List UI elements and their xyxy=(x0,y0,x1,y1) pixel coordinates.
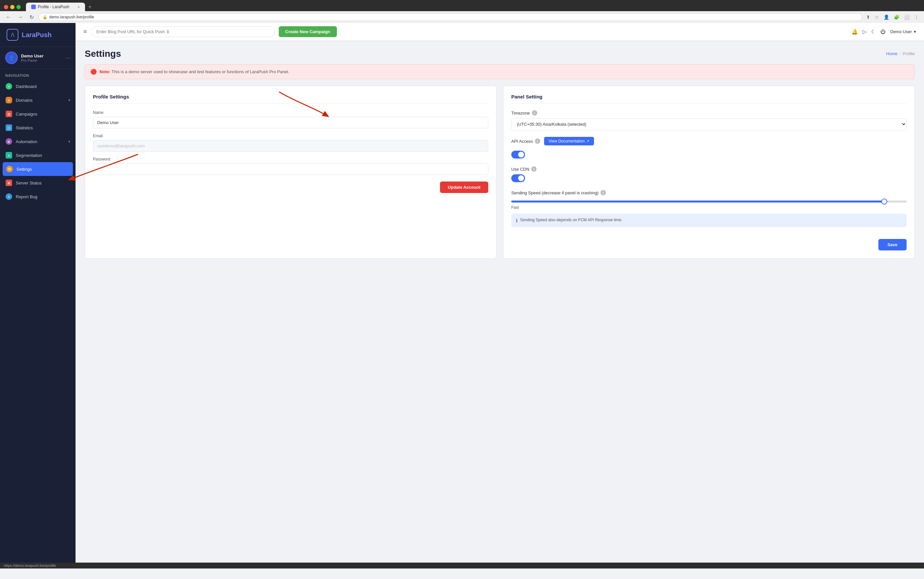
sidebar-item-domains[interactable]: ◈ Domains ▾ xyxy=(0,93,75,107)
breadcrumb-home[interactable]: Home xyxy=(886,51,898,56)
logo-text: LaraPush xyxy=(22,31,52,39)
sidebar-label-automation: Automation xyxy=(16,139,38,144)
sidebar-item-dashboard[interactable]: ● Dashboard xyxy=(0,79,75,93)
speed-info-icon[interactable]: ℹ xyxy=(601,190,606,195)
sidebar-item-report-bug[interactable]: ● Report Bug xyxy=(0,190,75,203)
info-box-icon: ℹ xyxy=(516,218,518,223)
sidebar-item-settings[interactable]: ⚙ Settings xyxy=(3,162,73,176)
sidebar-item-campaigns[interactable]: ▦ Campaigns xyxy=(0,107,75,121)
minimize-window-button[interactable] xyxy=(10,5,15,9)
chevron-down-icon-automation: ▾ xyxy=(68,139,70,144)
use-cdn-toggle[interactable] xyxy=(511,174,525,182)
user-info: Demo User Pro Panel xyxy=(21,54,62,62)
top-bar-actions: 🔔 ▷ ☾ ⏻ Demo User ▾ xyxy=(852,29,916,35)
save-button[interactable]: Save xyxy=(878,239,907,250)
settings-icon: ⚙ xyxy=(6,165,13,173)
sidebar-label-dashboard: Dashboard xyxy=(16,84,37,89)
refresh-button[interactable]: ↻ xyxy=(28,13,36,21)
sidebar-nav: ● Dashboard ◈ Domains ▾ ▦ Campaigns ▤ xyxy=(0,79,75,203)
bug-icon: ● xyxy=(5,193,13,200)
user-dropdown-label: Demo User xyxy=(890,29,912,34)
sidebar-label-domains: Domains xyxy=(16,98,33,103)
settings-grid: Profile Settings Name Email Password xyxy=(85,86,915,258)
browser-nav-bar: ← → ↻ 🔒 demo.larapush.live/profile ⬆ ☆ 👤… xyxy=(0,11,924,23)
traffic-lights xyxy=(4,5,21,9)
page-header: Settings Home / Profile xyxy=(85,49,915,59)
profile-card-title: Profile Settings xyxy=(93,94,488,104)
campaigns-icon: ▦ xyxy=(5,110,13,118)
address-bar[interactable]: 🔒 demo.larapush.live/profile xyxy=(38,13,862,21)
user-name: Demo User xyxy=(21,54,62,59)
browser-actions: ⬆ ☆ 👤 🧩 ⬜ ⋮ xyxy=(865,14,920,20)
speed-slider[interactable] xyxy=(511,201,907,203)
external-link-icon: ↗ xyxy=(586,139,590,144)
sidebar-item-automation[interactable]: ◉ Automation ▾ xyxy=(0,134,75,148)
chevron-down-icon: ▾ xyxy=(68,98,70,102)
menu-icon[interactable]: ⋮ xyxy=(913,14,920,20)
notifications-bell-icon[interactable]: 🔔 xyxy=(852,29,858,35)
active-tab[interactable]: Profile - LaraPush × xyxy=(26,3,85,11)
update-account-button[interactable]: Update Account xyxy=(440,182,488,193)
hamburger-button[interactable]: ≡ xyxy=(84,28,87,35)
logo-icon: Ʌ xyxy=(7,29,18,41)
sidebar-label-statistics: Statistics xyxy=(16,125,33,130)
speed-slider-container xyxy=(511,198,907,204)
sidebar-label-segmentation: Segmentation xyxy=(16,153,42,158)
profile-icon[interactable]: 👤 xyxy=(882,14,891,20)
api-access-toggle[interactable] xyxy=(511,150,525,159)
maximize-window-button[interactable] xyxy=(16,5,21,9)
password-input[interactable] xyxy=(93,164,488,175)
forward-button[interactable]: → xyxy=(16,13,25,21)
email-input[interactable] xyxy=(93,140,488,152)
server-status-icon: ▣ xyxy=(5,179,13,186)
bookmark-icon[interactable]: ☆ xyxy=(873,14,880,20)
help-circle-icon[interactable]: ▷ xyxy=(863,29,867,35)
domains-icon: ◈ xyxy=(5,96,13,104)
back-button[interactable]: ← xyxy=(4,13,13,21)
share-icon[interactable]: ⬆ xyxy=(865,14,872,20)
nav-section-label: Navigation xyxy=(0,69,75,79)
sidebar-item-statistics[interactable]: ▤ Statistics xyxy=(0,121,75,134)
dark-mode-icon[interactable]: ☾ xyxy=(871,29,876,35)
power-icon[interactable]: ⏻ xyxy=(880,29,886,35)
chevron-down-icon-user: ▾ xyxy=(914,29,916,34)
tab-title: Profile - LaraPush xyxy=(38,5,69,9)
user-dropdown[interactable]: Demo User ▾ xyxy=(890,29,916,34)
statistics-icon: ▤ xyxy=(5,124,13,131)
password-form-group: Password xyxy=(93,157,488,175)
sidebar-item-server-status[interactable]: ▣ Server Status xyxy=(0,176,75,190)
status-url: https://demo.larapush.live/profile xyxy=(4,564,56,568)
sending-speed-label: Sending Speed (decrease if panel is cras… xyxy=(511,190,907,195)
panel-settings-card: Panel Setting Timezone ℹ (UTC+05:30) Asi… xyxy=(503,86,915,258)
tab-close-button[interactable]: × xyxy=(78,5,80,9)
speed-label: Fast xyxy=(511,205,907,210)
email-form-group: Email xyxy=(93,134,488,152)
toggle-slider xyxy=(511,150,525,159)
timezone-info-icon[interactable]: ℹ xyxy=(532,110,537,116)
lock-icon: 🔒 xyxy=(43,15,47,20)
sidebar-logo: Ʌ LaraPush xyxy=(0,23,75,47)
info-box-text: Sending Speed also depends on FCM API Re… xyxy=(520,218,623,222)
app-container: Ʌ LaraPush 👤 Demo User Pro Panel ⋯ Navig… xyxy=(0,23,924,563)
cdn-info-icon[interactable]: ℹ xyxy=(531,167,537,172)
new-tab-button[interactable]: + xyxy=(85,3,95,11)
close-window-button[interactable] xyxy=(4,5,8,9)
top-bar: ≡ Create New Campaign 🔔 ▷ ☾ ⏻ Demo User … xyxy=(75,23,924,41)
timezone-label: Timezone ℹ xyxy=(511,110,907,116)
extensions-icon[interactable]: 🧩 xyxy=(893,14,901,20)
name-input[interactable] xyxy=(93,117,488,128)
timezone-select[interactable]: (UTC+05:30) Asia/Kolkata (selected) xyxy=(511,118,907,130)
view-documentation-button[interactable]: View Documentation ↗ xyxy=(544,137,594,146)
tab-bar: Profile - LaraPush × + xyxy=(26,3,95,11)
quick-push-input[interactable] xyxy=(91,26,275,37)
split-view-icon[interactable]: ⬜ xyxy=(903,14,911,20)
panel-card-title: Panel Setting xyxy=(511,94,907,104)
sidebar: Ʌ LaraPush 👤 Demo User Pro Panel ⋯ Navig… xyxy=(0,23,75,563)
breadcrumb-current: Profile xyxy=(903,51,915,56)
browser-chrome: Profile - LaraPush × + xyxy=(0,0,924,11)
sidebar-item-segmentation[interactable]: ◈ Segmentation xyxy=(0,148,75,162)
create-campaign-button[interactable]: Create New Campaign xyxy=(279,26,337,37)
api-info-icon[interactable]: ℹ xyxy=(535,139,540,144)
email-label: Email xyxy=(93,134,488,138)
user-menu-button[interactable]: ⋯ xyxy=(65,55,70,61)
